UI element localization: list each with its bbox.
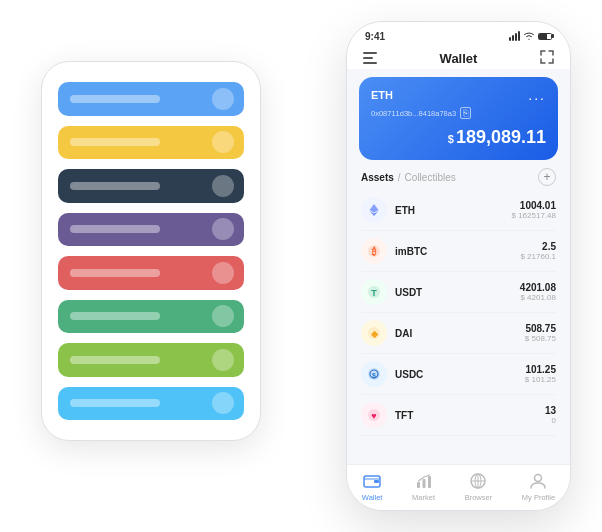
status-time: 9:41 (365, 31, 385, 42)
svg-rect-21 (428, 476, 431, 488)
asset-values-usdc: 101.25 $ 101.25 (525, 364, 556, 384)
asset-values-tft: 13 0 (545, 405, 556, 425)
add-asset-button[interactable]: + (538, 168, 556, 186)
eth-card-balance: $189,089.11 (371, 127, 546, 148)
nav-item-browser[interactable]: Browser (465, 471, 493, 502)
signal-icon (509, 31, 520, 41)
svg-rect-19 (417, 482, 420, 488)
card-label-5 (70, 269, 160, 277)
card-row[interactable] (58, 256, 244, 290)
svg-point-26 (535, 475, 542, 482)
card-row[interactable] (58, 82, 244, 116)
svg-rect-2 (363, 62, 377, 64)
phone-navbar: Wallet (347, 46, 570, 69)
asset-usd-dai: $ 508.75 (525, 334, 556, 343)
asset-list: ETH 1004.01 $ 162517.48 ₿ imBTC 2.5 $ 21… (347, 190, 570, 464)
card-icon-7 (212, 349, 234, 371)
phone-back (41, 61, 261, 441)
asset-item-imbtc[interactable]: ₿ imBTC 2.5 $ 21760.1 (361, 231, 556, 272)
asset-icon-imbtc: ₿ (361, 238, 387, 264)
eth-card-address: 0x08711d3b...8418a78a3 ⎘ (371, 107, 546, 119)
asset-icon-tft: ♥ (361, 402, 387, 428)
asset-item-eth[interactable]: ETH 1004.01 $ 162517.48 (361, 190, 556, 231)
asset-amount-eth: 1004.01 (512, 200, 557, 211)
copy-icon[interactable]: ⎘ (460, 107, 471, 119)
asset-item-usdt[interactable]: T USDT 4201.08 $ 4201.08 (361, 272, 556, 313)
eth-wallet-card[interactable]: ETH ... 0x08711d3b...8418a78a3 ⎘ $189,08… (359, 77, 558, 160)
asset-item-tft[interactable]: ♥ TFT 13 0 (361, 395, 556, 436)
asset-values-eth: 1004.01 $ 162517.48 (512, 200, 557, 220)
card-row[interactable] (58, 387, 244, 421)
browser-icon (468, 471, 488, 491)
asset-item-usdc[interactable]: $ USDC 101.25 $ 101.25 (361, 354, 556, 395)
asset-name-dai: DAI (395, 328, 525, 339)
status-bar: 9:41 (347, 22, 570, 46)
wifi-icon (523, 30, 535, 42)
nav-item-wallet[interactable]: Wallet (362, 471, 383, 502)
card-row[interactable] (58, 343, 244, 377)
nav-item-profile[interactable]: My Profile (522, 471, 555, 502)
svg-rect-0 (363, 52, 377, 54)
card-icon-6 (212, 305, 234, 327)
eth-card-menu-dots[interactable]: ... (528, 87, 546, 103)
battery-icon (538, 33, 552, 40)
asset-values-dai: 508.75 $ 508.75 (525, 323, 556, 343)
menu-icon[interactable] (363, 51, 377, 67)
card-icon-8 (212, 392, 234, 414)
card-row[interactable] (58, 169, 244, 203)
market-icon (414, 471, 434, 491)
asset-name-imbtc: imBTC (395, 246, 520, 257)
asset-amount-usdt: 4201.08 (520, 282, 556, 293)
asset-usd-eth: $ 162517.48 (512, 211, 557, 220)
card-icon-4 (212, 218, 234, 240)
asset-item-dai[interactable]: ◆ DAI 508.75 $ 508.75 (361, 313, 556, 354)
phone-front: 9:41 (346, 21, 571, 511)
asset-icon-usdc: $ (361, 361, 387, 387)
page-title: Wallet (440, 51, 478, 66)
asset-values-usdt: 4201.08 $ 4201.08 (520, 282, 556, 302)
card-row[interactable] (58, 300, 244, 334)
nav-item-market[interactable]: Market (412, 471, 435, 502)
svg-text:T: T (371, 288, 377, 298)
card-icon-3 (212, 175, 234, 197)
card-label-1 (70, 95, 160, 103)
wallet-icon (362, 471, 382, 491)
asset-usd-usdc: $ 101.25 (525, 375, 556, 384)
svg-rect-17 (374, 480, 379, 483)
nav-label-browser: Browser (465, 493, 493, 502)
card-row[interactable] (58, 126, 244, 160)
tab-collectibles[interactable]: Collectibles (405, 172, 456, 183)
profile-icon (528, 471, 548, 491)
expand-icon[interactable] (540, 50, 554, 67)
card-label-8 (70, 399, 160, 407)
tab-assets[interactable]: Assets (361, 172, 394, 183)
asset-usd-tft: 0 (545, 416, 556, 425)
eth-card-name: ETH (371, 89, 393, 101)
asset-name-tft: TFT (395, 410, 545, 421)
assets-tabs: Assets / Collectibles (361, 172, 456, 183)
card-label-6 (70, 312, 160, 320)
nav-label-wallet: Wallet (362, 493, 383, 502)
eth-card-header: ETH ... (371, 87, 546, 103)
asset-usd-usdt: $ 4201.08 (520, 293, 556, 302)
asset-icon-dai: ◆ (361, 320, 387, 346)
asset-name-usdt: USDT (395, 287, 520, 298)
svg-text:◆: ◆ (370, 329, 379, 339)
asset-usd-imbtc: $ 21760.1 (520, 252, 556, 261)
asset-icon-usdt: T (361, 279, 387, 305)
card-icon-2 (212, 131, 234, 153)
nav-label-market: Market (412, 493, 435, 502)
svg-rect-20 (422, 479, 425, 488)
asset-icon-eth (361, 197, 387, 223)
asset-name-usdc: USDC (395, 369, 525, 380)
status-icons (509, 30, 552, 42)
card-row[interactable] (58, 213, 244, 247)
asset-values-imbtc: 2.5 $ 21760.1 (520, 241, 556, 261)
tab-separator: / (398, 172, 401, 183)
nav-label-profile: My Profile (522, 493, 555, 502)
asset-amount-dai: 508.75 (525, 323, 556, 334)
scene: 9:41 (11, 11, 591, 521)
svg-text:$: $ (372, 372, 376, 380)
card-label-7 (70, 356, 160, 364)
svg-marker-3 (370, 204, 379, 213)
